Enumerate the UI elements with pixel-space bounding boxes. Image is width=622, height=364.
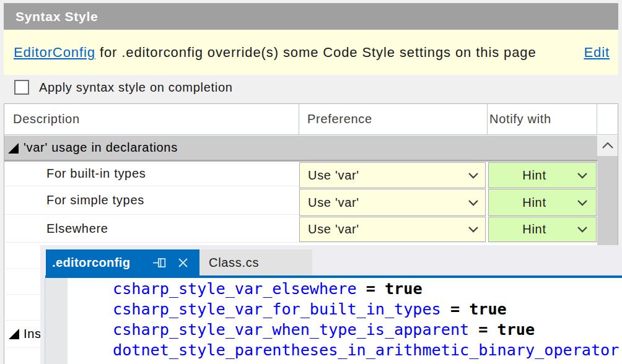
chevron-down-icon [468,173,478,179]
group-label: Ins [24,321,42,347]
tab-editorconfig-label: .editorconfig [52,249,130,275]
notify-dropdown[interactable]: Hint [488,189,597,216]
code-line: dotnet_style_parentheses_in_arithmetic_b… [113,341,619,359]
tab-editorconfig[interactable]: .editorconfig [46,249,199,275]
group-label: 'var' usage in declarations [24,136,178,160]
column-separator [299,104,299,135]
chevron-down-icon [577,200,587,206]
collapse-triangle-icon [9,329,19,339]
scrollbar-thumb[interactable] [597,156,618,245]
chevron-down-icon [468,227,478,233]
column-header-preference: Preference [307,104,372,134]
notify-value: Hint [489,163,580,188]
chevron-down-icon [577,173,587,179]
tab-class-cs-label: Class.cs [209,249,259,275]
preference-value: Use 'var' [308,163,359,188]
tab-class-cs[interactable]: Class.cs [199,249,312,275]
page-title: Syntax Style [4,3,618,30]
row-description: For built-in types [46,162,146,186]
row-description: For simple types [46,186,144,214]
syntax-style-page: Syntax Style EditorConfig for .editorcon… [0,0,622,364]
preference-dropdown[interactable]: Use 'var' [299,217,486,242]
code-line: csharp_style_var_when_type_is_apparent =… [113,321,535,339]
column-separator [487,104,488,135]
code-text: csharp_style_var_elsewhere = true csharp… [113,279,619,360]
code-line: csharp_style_var_for_built_in_types = tr… [113,300,507,318]
edit-link[interactable]: Edit [584,45,610,61]
notify-value: Hint [489,217,580,241]
group-row-var-usage[interactable]: 'var' usage in declarations [4,136,618,162]
preference-value: Use 'var' [308,217,359,241]
pin-icon[interactable] [152,256,167,269]
preference-value: Use 'var' [308,189,359,215]
close-icon[interactable] [177,256,190,269]
editorconfig-link[interactable]: EditorConfig [14,45,95,61]
notice-message: for .editorconfig override(s) some Code … [95,45,537,61]
grid-header-row: Description Preference Notify with [4,104,618,135]
scrollbar-up-button[interactable] [597,136,618,155]
preference-dropdown[interactable]: Use 'var' [299,189,486,216]
editor-gutter [45,278,68,364]
chevron-down-icon [577,227,587,233]
column-header-description: Description [13,104,80,134]
notify-value: Hint [489,189,580,215]
notify-dropdown[interactable]: Hint [488,162,597,188]
collapse-triangle-icon [8,143,19,154]
editorconfig-notice: EditorConfig for .editorconfig override(… [4,30,618,75]
code-line: csharp_style_var_elsewhere = true [113,280,423,298]
preference-dropdown[interactable]: Use 'var' [299,162,486,188]
editor-preview-window: .editorconfig Class.cs csharp_style_var_… [40,245,622,364]
notify-dropdown[interactable]: Hint [488,217,597,242]
chevron-down-icon [468,200,478,206]
editor-code-area[interactable]: csharp_style_var_elsewhere = true csharp… [45,278,622,364]
apply-syntax-style-label: Apply syntax style on completion [39,80,233,95]
column-header-notify-with: Notify with [489,104,551,134]
apply-syntax-style-checkbox[interactable] [14,80,29,95]
row-description: Elsewhere [46,215,108,242]
column-separator [597,104,597,135]
chevron-up-icon [602,142,613,149]
